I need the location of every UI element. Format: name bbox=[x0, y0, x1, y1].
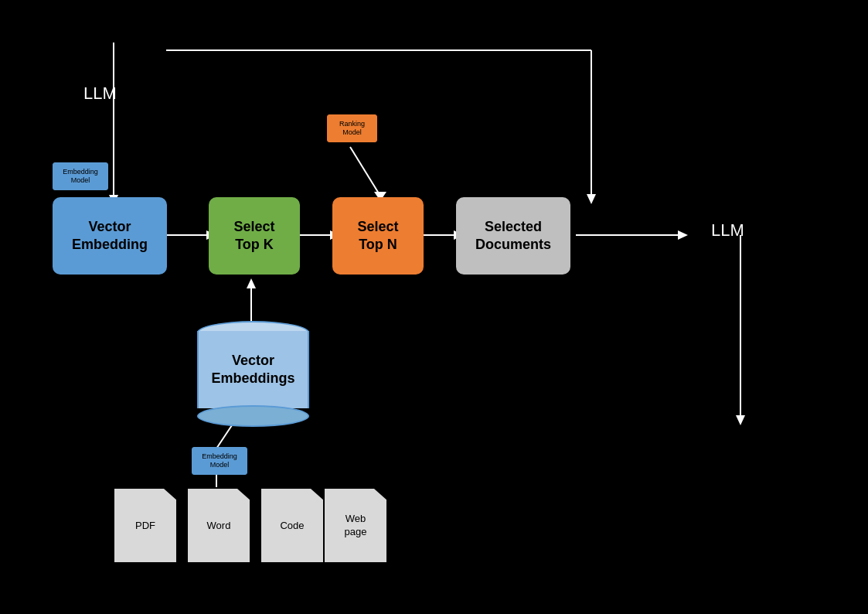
svg-marker-12 bbox=[587, 194, 596, 204]
ranking-model-box: Ranking Model bbox=[327, 114, 377, 142]
llm-label-right: LLM bbox=[711, 220, 744, 240]
svg-marker-9 bbox=[678, 230, 688, 240]
vector-embedding-box: Vector Embedding bbox=[53, 197, 167, 275]
llm-label-left: LLM bbox=[83, 84, 117, 104]
select-top-n-box: Select Top N bbox=[332, 197, 424, 275]
svg-marker-22 bbox=[736, 415, 745, 425]
svg-marker-16 bbox=[247, 278, 256, 288]
cylinder-body: Vector Embeddings bbox=[197, 331, 309, 408]
embedding-model-bottom: Embedding Model bbox=[192, 447, 247, 475]
diagram: LLM LLM Embedding Model Vector Embedding… bbox=[0, 0, 868, 614]
doc-pdf: PDF bbox=[114, 489, 176, 562]
svg-line-13 bbox=[350, 147, 379, 193]
selected-documents-box: Selected Documents bbox=[456, 197, 570, 275]
embedding-model-top: Embedding Model bbox=[53, 162, 108, 190]
doc-webpage: Web page bbox=[325, 489, 386, 562]
doc-code: Code bbox=[261, 489, 323, 562]
select-top-k-box: Select Top K bbox=[209, 197, 300, 275]
cylinder-bottom bbox=[197, 405, 309, 427]
doc-word: Word bbox=[188, 489, 250, 562]
